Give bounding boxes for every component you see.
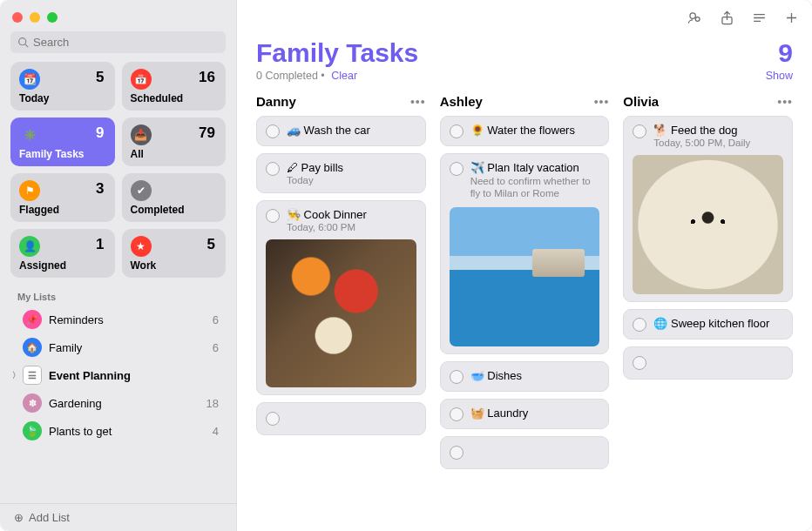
task-checkbox[interactable]: [450, 446, 464, 460]
clear-button[interactable]: Clear: [331, 70, 357, 82]
task-title[interactable]: ✈️ Plan Italy vacation: [470, 161, 600, 174]
search-input[interactable]: [33, 36, 219, 49]
smart-label: Family Tasks: [19, 148, 106, 160]
task-image[interactable]: [266, 239, 416, 387]
task-meta: Today, 5:00 PM, Daily: [653, 138, 783, 148]
task-checkbox[interactable]: [266, 124, 280, 138]
task-card[interactable]: 🌻 Water the flowers: [440, 116, 610, 146]
smart-label: Today: [19, 92, 106, 104]
columns: Danny•••🚙 Wash the car🖊 Pay billsToday👨‍…: [256, 94, 793, 476]
task-image[interactable]: [450, 207, 600, 346]
task-checkbox[interactable]: [633, 356, 646, 370]
task-checkbox[interactable]: [450, 407, 464, 421]
list-count: 4: [213, 425, 219, 438]
window-controls: [0, 0, 236, 31]
task-card[interactable]: 🚙 Wash the car: [256, 116, 426, 146]
list-event-planning[interactable]: 〉☰Event Planning: [0, 361, 236, 389]
task-card[interactable]: 🖊 Pay billsToday: [256, 153, 426, 193]
task-meta: Today, 6:00 PM: [287, 222, 416, 232]
task-title[interactable]: 👨‍🍳 Cook Dinner: [287, 208, 416, 221]
task-checkbox[interactable]: [450, 124, 464, 138]
svg-line-1: [25, 44, 28, 47]
column-name: Danny: [256, 94, 296, 109]
list-reminders[interactable]: 📌Reminders6: [0, 306, 236, 333]
task-title[interactable]: 🌻 Water the flowers: [470, 124, 600, 137]
add-reminder-icon[interactable]: [783, 10, 800, 29]
completed-icon: ✔: [131, 180, 152, 201]
task-title[interactable]: 🖊 Pay bills: [287, 161, 416, 174]
column-name: Ashley: [440, 94, 483, 109]
list-icon: ✽: [23, 393, 42, 413]
task-meta: Today: [287, 175, 416, 185]
smart-count: 9: [96, 124, 104, 142]
task-card[interactable]: ✈️ Plan Italy vacationNeed to confirm wh…: [440, 153, 610, 354]
smart-count: 5: [96, 69, 104, 86]
task-checkbox[interactable]: [450, 370, 464, 384]
task-checkbox[interactable]: [266, 209, 280, 223]
list-count: 6: [213, 313, 219, 326]
smart-flagged[interactable]: ⚑3Flagged: [10, 173, 115, 222]
content-area: Family Tasks 9 0 Completed • Clear Show …: [237, 38, 812, 531]
new-task-placeholder[interactable]: [623, 346, 793, 380]
task-image[interactable]: [633, 155, 783, 294]
smart-completed[interactable]: ✔Completed: [122, 173, 227, 222]
list-name: Gardening: [49, 397, 206, 410]
task-title[interactable]: 🥣 Dishes: [470, 369, 600, 382]
list-plants-to-get[interactable]: 🍃Plants to get4: [0, 417, 236, 445]
task-card[interactable]: 🐕 Feed the dogToday, 5:00 PM, Daily: [623, 116, 793, 302]
add-list-button[interactable]: ⊕ Add List: [0, 503, 236, 531]
column-menu-icon[interactable]: •••: [777, 95, 793, 109]
collaborate-icon[interactable]: [687, 10, 703, 29]
list-count: 9: [778, 38, 793, 68]
smart-work[interactable]: ★5Work: [122, 229, 227, 278]
list-icon: 🍃: [23, 421, 42, 440]
task-checkbox[interactable]: [633, 124, 646, 138]
search-field[interactable]: [10, 31, 226, 53]
minimize-window[interactable]: [30, 12, 40, 23]
list-icon: 🏠: [23, 338, 42, 357]
completed-text: 0 Completed: [256, 70, 318, 82]
show-button[interactable]: Show: [766, 70, 793, 82]
task-checkbox[interactable]: [266, 162, 280, 176]
scheduled-icon: 📅: [131, 69, 152, 90]
family-icon: ✳️: [19, 124, 40, 145]
smart-assigned[interactable]: 👤1Assigned: [10, 229, 115, 278]
task-note: Need to confirm whether to fly to Milan …: [470, 175, 600, 200]
task-card[interactable]: 🧺 Laundry: [440, 399, 610, 429]
smart-count: 3: [96, 180, 104, 198]
view-options-icon[interactable]: [751, 10, 768, 29]
list-title: Family Tasks: [256, 38, 418, 68]
list-name: Reminders: [49, 313, 213, 326]
task-title[interactable]: 🚙 Wash the car: [287, 124, 416, 137]
smart-label: Completed: [131, 204, 218, 216]
task-checkbox[interactable]: [633, 318, 646, 332]
list-name: Family: [49, 341, 213, 354]
smart-family[interactable]: ✳️9Family Tasks: [10, 118, 115, 166]
my-lists: My Lists 📌Reminders6🏠Family6〉☰Event Plan…: [0, 285, 236, 503]
close-window[interactable]: [12, 12, 23, 23]
column-menu-icon[interactable]: •••: [594, 95, 610, 109]
smart-label: Assigned: [19, 259, 106, 272]
smart-all[interactable]: 📥79All: [122, 118, 227, 166]
task-title[interactable]: 🐕 Feed the dog: [653, 124, 783, 137]
column-menu-icon[interactable]: •••: [410, 95, 426, 109]
search-icon: [17, 37, 29, 48]
task-checkbox[interactable]: [450, 162, 464, 176]
task-card[interactable]: 🥣 Dishes: [440, 361, 610, 392]
svg-point-3: [695, 17, 700, 22]
smart-scheduled[interactable]: 📅16Scheduled: [122, 62, 227, 111]
task-card[interactable]: 👨‍🍳 Cook DinnerToday, 6:00 PM: [256, 200, 426, 395]
task-checkbox[interactable]: [266, 412, 280, 426]
task-title[interactable]: 🧺 Laundry: [470, 407, 600, 420]
zoom-window[interactable]: [47, 12, 58, 23]
task-card[interactable]: 🌐 Sweep kitchen floor: [623, 309, 793, 339]
list-gardening[interactable]: ✽Gardening18: [0, 389, 236, 417]
new-task-placeholder[interactable]: [256, 402, 426, 435]
new-task-placeholder[interactable]: [440, 436, 610, 469]
share-icon[interactable]: [719, 10, 735, 29]
list-family[interactable]: 🏠Family6: [0, 333, 236, 361]
column-danny: Danny•••🚙 Wash the car🖊 Pay billsToday👨‍…: [256, 94, 426, 476]
assigned-icon: 👤: [19, 236, 40, 257]
task-title[interactable]: 🌐 Sweep kitchen floor: [653, 317, 783, 330]
smart-today[interactable]: 📆5Today: [10, 62, 115, 111]
